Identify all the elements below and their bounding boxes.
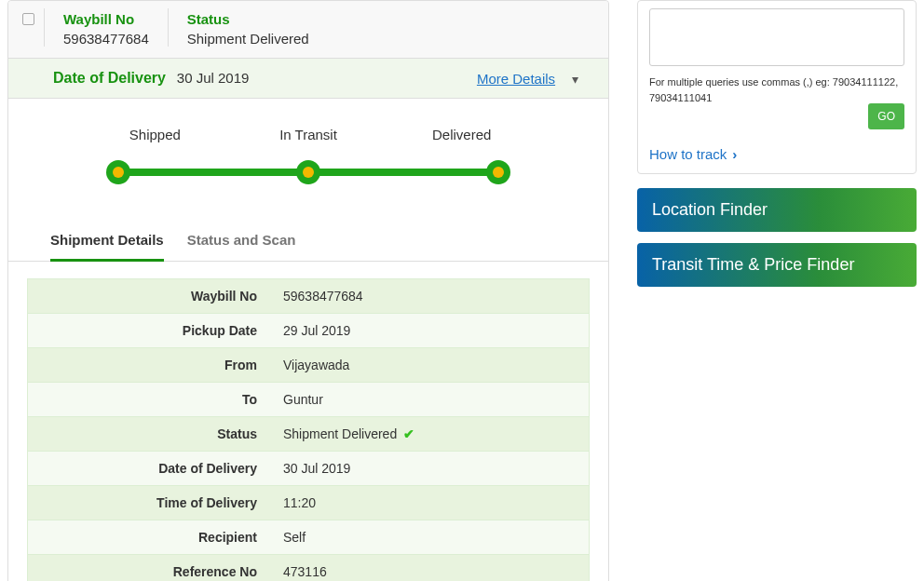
detail-value: 59638477684 (270, 279, 589, 313)
delivery-date-value: 30 Jul 2019 (177, 70, 250, 86)
waybill-label: Waybill No (63, 8, 149, 31)
detail-value: 29 Jul 2019 (270, 314, 589, 347)
detail-label: Reference No (28, 555, 270, 581)
table-row: FromVijayawada (28, 347, 589, 382)
howto-label: How to track (649, 146, 727, 162)
detail-value: Shipment Delivered ✔ (270, 417, 589, 451)
detail-value: 11:20 (270, 486, 589, 520)
table-row: StatusShipment Delivered ✔ (28, 416, 589, 451)
table-row: Waybill No59638477684 (28, 279, 589, 313)
detail-label: Time of Delivery (28, 486, 270, 520)
check-icon: ✔ (400, 426, 414, 441)
table-row: RecipientSelf (28, 520, 589, 554)
transit-finder-button[interactable]: Transit Time & Price Finder (637, 243, 917, 287)
progress-tracker: Shipped In Transit Delivered (8, 99, 608, 223)
progress-node-shipped (106, 160, 130, 184)
details-table: Waybill No59638477684Pickup Date29 Jul 2… (27, 278, 590, 581)
shipment-card: Waybill No 59638477684 Status Shipment D… (7, 0, 609, 581)
waybill-value: 59638477684 (63, 31, 149, 47)
detail-value: Guntur (270, 383, 589, 416)
chevron-down-icon[interactable]: ▾ (572, 72, 578, 87)
tabs: Shipment Details Status and Scan (8, 223, 608, 262)
status-label: Status (187, 8, 594, 31)
detail-value: 30 Jul 2019 (270, 452, 589, 485)
detail-value: 473116 (270, 555, 589, 581)
tab-status-scan[interactable]: Status and Scan (187, 223, 296, 262)
search-panel: For multiple queries use commas (,) eg: … (637, 0, 917, 174)
tab-shipment-details[interactable]: Shipment Details (50, 223, 164, 262)
detail-label: Date of Delivery (28, 452, 270, 485)
more-details-link[interactable]: More Details (477, 71, 555, 87)
stage-shipped: Shipped (78, 127, 232, 142)
delivery-date-label: Date of Delivery (53, 70, 166, 86)
detail-label: Waybill No (28, 279, 270, 313)
progress-node-delivered (486, 160, 510, 184)
stage-delivered: Delivered (385, 127, 538, 142)
progress-node-transit (296, 160, 320, 184)
table-row: ToGuntur (28, 382, 589, 416)
table-row: Date of Delivery30 Jul 2019 (28, 451, 589, 485)
delivery-date-row: Date of Delivery 30 Jul 2019 More Detail… (8, 58, 608, 99)
table-row: Pickup Date29 Jul 2019 (28, 313, 589, 347)
detail-label: Recipient (28, 520, 270, 554)
detail-label: Pickup Date (28, 314, 270, 347)
detail-label: To (28, 383, 270, 416)
select-checkbox[interactable] (22, 13, 34, 25)
table-row: Reference No473116 (28, 554, 589, 581)
stage-in-transit: In Transit (232, 127, 386, 142)
detail-value: Vijayawada (270, 348, 589, 382)
go-button[interactable]: GO (868, 103, 904, 129)
table-row: Time of Delivery11:20 (28, 485, 589, 520)
detail-label: From (28, 348, 270, 382)
search-hint: For multiple queries use commas (,) eg: … (649, 74, 904, 105)
location-finder-button[interactable]: Location Finder (637, 188, 917, 232)
how-to-track-link[interactable]: How to track › (649, 146, 904, 162)
detail-label: Status (28, 417, 270, 451)
card-header: Waybill No 59638477684 Status Shipment D… (8, 1, 608, 58)
status-value: Shipment Delivered (187, 31, 594, 47)
detail-value: Self (270, 520, 589, 554)
chevron-right-icon: › (732, 146, 737, 162)
tracking-input[interactable] (649, 8, 904, 66)
